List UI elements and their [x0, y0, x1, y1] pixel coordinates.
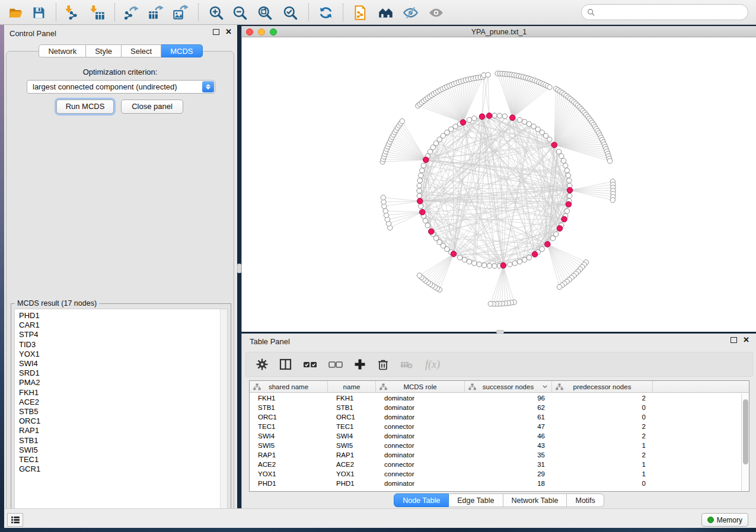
table-cell[interactable]: 1: [552, 460, 653, 469]
mcds-result-item[interactable]: TEC1: [19, 455, 227, 464]
table-cell[interactable]: 46: [465, 431, 552, 441]
table-cell[interactable]: 0: [552, 412, 653, 422]
table-cell[interactable]: dominator: [376, 412, 465, 422]
mcds-result-item[interactable]: SRD1: [19, 368, 227, 378]
table-cell[interactable]: 2: [552, 393, 653, 403]
close-table-panel-icon[interactable]: ✕: [743, 337, 749, 343]
mcds-list-scrollbar[interactable]: [220, 309, 227, 520]
table-cell[interactable]: RAP1: [250, 450, 328, 460]
table-cell[interactable]: dominator: [376, 393, 465, 403]
table-cell[interactable]: 0: [552, 479, 653, 488]
vertical-splitter-handle[interactable]: [237, 264, 241, 273]
open-session-button[interactable]: [5, 2, 26, 23]
table-cell[interactable]: ORC1: [250, 412, 328, 422]
node-table-body[interactable]: FKH1FKH1dominator962STB1STB1dominator620…: [250, 393, 741, 491]
control-tab-style[interactable]: Style: [86, 44, 122, 57]
mcds-result-item[interactable]: YOX1: [19, 350, 227, 359]
mcds-result-item[interactable]: FKH1: [19, 388, 227, 398]
table-cell[interactable]: PHD1: [328, 479, 376, 488]
new-network-from-selection-button[interactable]: [350, 2, 371, 23]
zoom-selected-button[interactable]: [279, 2, 301, 23]
close-panel-icon[interactable]: ✕: [225, 29, 232, 35]
mcds-result-item[interactable]: CAR1: [19, 321, 227, 330]
mcds-result-item[interactable]: STB5: [19, 407, 227, 416]
table-row[interactable]: PHD1PHD1dominator180: [250, 479, 741, 488]
table-tab-network-table[interactable]: Network Table: [503, 493, 567, 507]
table-cell[interactable]: 0: [552, 403, 653, 412]
table-cell[interactable]: 43: [465, 441, 552, 450]
mcds-result-item[interactable]: TID3: [19, 340, 227, 350]
hide-selected-button[interactable]: [400, 2, 421, 23]
table-cell[interactable]: 61: [465, 412, 552, 422]
table-cell[interactable]: FKH1: [328, 393, 376, 403]
table-cell[interactable]: 2: [552, 431, 653, 441]
mcds-result-item[interactable]: PMA2: [19, 378, 227, 387]
table-cell[interactable]: ACE2: [328, 460, 376, 469]
zoom-in-button[interactable]: [205, 2, 227, 23]
search-input[interactable]: [595, 7, 748, 18]
column-header-name[interactable]: name: [328, 381, 376, 393]
table-cell[interactable]: STB1: [250, 403, 328, 412]
table-cell[interactable]: SWI5: [250, 441, 328, 450]
table-cell[interactable]: dominator: [376, 479, 465, 488]
import-table-button[interactable]: [87, 2, 108, 23]
column-header-predecessor-nodes[interactable]: predecessor nodes: [552, 381, 653, 393]
table-cell[interactable]: 96: [465, 393, 552, 403]
table-cell[interactable]: connector: [376, 469, 465, 479]
table-row[interactable]: TEC1TEC1connector472: [250, 422, 741, 431]
show-hide-columns-button[interactable]: [279, 358, 292, 371]
table-cell[interactable]: YOX1: [250, 469, 328, 479]
mcds-result-item[interactable]: ORC1: [19, 416, 227, 426]
table-cell[interactable]: YOX1: [328, 469, 376, 479]
table-cell[interactable]: dominator: [376, 403, 465, 412]
table-cell[interactable]: 31: [465, 460, 552, 469]
table-cell[interactable]: PHD1: [250, 479, 328, 488]
export-network-button[interactable]: [120, 2, 142, 23]
table-row[interactable]: ACE2ACE2connector311: [250, 460, 741, 469]
mcds-result-item[interactable]: STB1: [19, 436, 227, 446]
mcds-result-item[interactable]: RAP1: [19, 426, 227, 435]
table-cell[interactable]: 2: [552, 422, 653, 431]
table-tab-edge-table[interactable]: Edge Table: [449, 493, 503, 507]
table-cell[interactable]: 47: [465, 422, 552, 431]
delete-columns-button[interactable]: [377, 358, 390, 371]
table-row[interactable]: RAP1RAP1dominator352: [250, 450, 741, 460]
table-cell[interactable]: 35: [465, 450, 552, 460]
table-cell[interactable]: connector: [376, 460, 465, 469]
table-cell[interactable]: TEC1: [250, 422, 328, 431]
control-tab-mcds[interactable]: MCDS: [161, 44, 202, 57]
table-cell[interactable]: SWI4: [250, 431, 328, 441]
export-table-button[interactable]: [145, 2, 166, 23]
table-cell[interactable]: connector: [376, 422, 465, 431]
table-cell[interactable]: SWI4: [328, 431, 376, 441]
table-cell[interactable]: FKH1: [250, 393, 328, 403]
table-options-gear-button[interactable]: [256, 358, 269, 371]
zoom-out-button[interactable]: [229, 2, 250, 23]
table-row[interactable]: YOX1YOX1connector291: [250, 469, 741, 479]
table-cell[interactable]: dominator: [376, 431, 465, 441]
column-header-shared-name[interactable]: shared name: [250, 381, 328, 393]
mcds-result-item[interactable]: SWI5: [19, 446, 227, 455]
run-mcds-button[interactable]: Run MCDS: [56, 100, 114, 114]
control-tab-network[interactable]: Network: [39, 44, 86, 57]
table-cell[interactable]: STB1: [328, 403, 376, 412]
create-new-column-button[interactable]: [353, 358, 366, 371]
table-row[interactable]: SWI4SWI4dominator462: [250, 431, 741, 441]
table-tab-node-table[interactable]: Node Table: [394, 493, 449, 507]
table-row[interactable]: FKH1FKH1dominator962: [250, 393, 741, 403]
mcds-result-item[interactable]: PHD1: [19, 311, 227, 321]
zoom-fit-button[interactable]: [254, 2, 275, 23]
panel-menu-button[interactable]: [7, 513, 23, 527]
table-cell[interactable]: TEC1: [328, 422, 376, 431]
table-scrollbar[interactable]: [741, 393, 749, 491]
table-cell[interactable]: 29: [465, 469, 552, 479]
table-cell[interactable]: ORC1: [328, 412, 376, 422]
control-tab-select[interactable]: Select: [122, 44, 161, 57]
table-scrollbar-thumb[interactable]: [743, 399, 748, 464]
export-image-button[interactable]: [170, 2, 191, 23]
select-all-button[interactable]: [302, 358, 318, 371]
table-cell[interactable]: ACE2: [250, 460, 328, 469]
network-canvas[interactable]: [242, 37, 756, 332]
table-cell[interactable]: 1: [552, 469, 653, 479]
table-cell[interactable]: 18: [465, 479, 552, 488]
